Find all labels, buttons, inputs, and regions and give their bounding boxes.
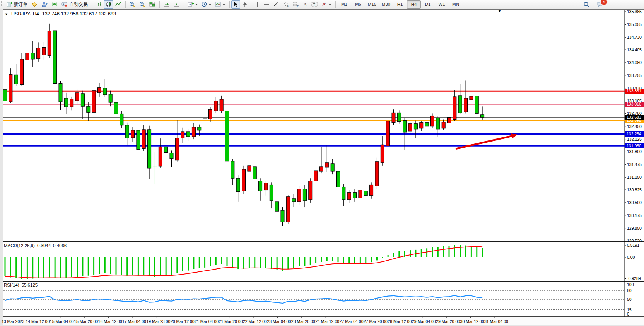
notifications-button[interactable]: 1 bbox=[595, 0, 605, 9]
timeframe-button-H4[interactable]: H4 bbox=[407, 0, 421, 9]
bull-candle bbox=[309, 181, 312, 200]
chart-shift-button[interactable] bbox=[171, 0, 181, 9]
timeframe-button-MN[interactable]: MN bbox=[449, 0, 463, 9]
zoom-in-button[interactable] bbox=[127, 0, 137, 9]
bull-candle bbox=[370, 185, 373, 195]
bear-candle bbox=[425, 123, 429, 126]
dropdown-caret[interactable] bbox=[195, 4, 198, 7]
toolbar: 新订单 自动交易 bbox=[0, 0, 644, 9]
bear-candle bbox=[303, 189, 306, 201]
bull-candle bbox=[97, 88, 101, 93]
timeframe-button-W1[interactable]: W1 bbox=[435, 0, 449, 9]
vertical-line-tool[interactable] bbox=[254, 0, 261, 9]
period-clock-button[interactable] bbox=[200, 0, 213, 9]
bear-candle bbox=[253, 167, 256, 179]
new-order-button[interactable]: 新订单 bbox=[5, 0, 29, 9]
dropdown-caret[interactable] bbox=[209, 4, 211, 7]
bull-candle bbox=[214, 101, 218, 111]
bull-candle bbox=[314, 171, 318, 181]
indicators-template-button[interactable] bbox=[213, 0, 227, 9]
macd-indicator-label: MACD(12,26,9) 0.3944 0.4066 bbox=[4, 243, 67, 248]
bull-candle bbox=[286, 197, 290, 222]
bear-candle bbox=[475, 96, 478, 113]
timeframe-button-M15[interactable]: M15 bbox=[365, 0, 379, 9]
bull-candle bbox=[453, 97, 456, 120]
channel-tool[interactable]: E bbox=[281, 0, 291, 9]
bear-candle bbox=[103, 88, 107, 95]
bull-candle bbox=[248, 166, 251, 171]
crosshair-button[interactable] bbox=[240, 0, 249, 9]
chart-shift-icon bbox=[173, 2, 179, 7]
price-chart-canvas[interactable] bbox=[0, 0, 644, 326]
cursor-button[interactable] bbox=[231, 0, 240, 9]
macd-name: MACD(12,26,9) bbox=[4, 243, 35, 248]
line-chart-icon bbox=[115, 2, 121, 7]
toolbar-grip[interactable] bbox=[1, 1, 3, 7]
line-chart-button[interactable] bbox=[113, 0, 123, 9]
bull-candle bbox=[408, 124, 412, 131]
bull-candle bbox=[208, 109, 212, 119]
dropdown-caret[interactable] bbox=[223, 4, 225, 7]
toolbar-separator bbox=[184, 1, 184, 8]
bear-candle bbox=[364, 191, 367, 196]
auto-scroll-button[interactable] bbox=[161, 0, 171, 9]
bear-candle bbox=[481, 115, 484, 117]
macd-main-value: 0.3944 bbox=[37, 243, 51, 248]
candlestick-chart-button[interactable] bbox=[104, 0, 113, 9]
bull-candle bbox=[181, 132, 184, 138]
timeframe-button-M1[interactable]: M1 bbox=[337, 0, 351, 9]
time-axis-background bbox=[3, 317, 644, 325]
dropdown-caret[interactable] bbox=[329, 4, 331, 7]
new-chart-button[interactable] bbox=[186, 0, 200, 9]
label-tool[interactable]: T bbox=[309, 0, 319, 9]
bear-candle bbox=[53, 31, 57, 83]
timeframe-button-D1[interactable]: D1 bbox=[421, 0, 435, 9]
fibonacci-tool[interactable]: F bbox=[291, 0, 301, 9]
chart-symbol-period: USDJPY-,H4 bbox=[11, 11, 39, 17]
signals-profile-button[interactable] bbox=[39, 0, 50, 9]
rsi-indicator-label: RSI(14) 55.6125 bbox=[4, 283, 38, 287]
auto-trading-button[interactable]: 自动交易 bbox=[60, 0, 90, 9]
bear-candle bbox=[353, 193, 357, 198]
timeframe-button-M5[interactable]: M5 bbox=[351, 0, 365, 9]
notification-badge: 1 bbox=[600, 0, 608, 5]
bear-candle bbox=[148, 130, 151, 168]
bull-candle bbox=[386, 121, 390, 146]
bear-candle bbox=[137, 130, 140, 150]
svg-text:A: A bbox=[304, 2, 307, 7]
horizontal-line-icon bbox=[263, 2, 269, 7]
bull-candle bbox=[448, 117, 451, 123]
toolbar-separator bbox=[252, 1, 252, 8]
bear-candle bbox=[170, 153, 173, 159]
zoom-out-button[interactable] bbox=[137, 0, 147, 9]
bull-candle bbox=[42, 48, 46, 55]
bear-candle bbox=[125, 125, 129, 138]
trading-terminal-window: 新订单 自动交易 bbox=[0, 0, 644, 326]
bear-candle bbox=[342, 187, 345, 199]
trend-line-tool[interactable] bbox=[271, 0, 281, 9]
signal-broadcast-button[interactable] bbox=[50, 0, 60, 9]
zoom-out-icon bbox=[139, 2, 145, 7]
arrows-tool[interactable] bbox=[319, 0, 333, 9]
toolbar-separator bbox=[125, 1, 126, 8]
bear-candle bbox=[292, 199, 296, 202]
ohlc-bars-icon bbox=[96, 2, 102, 7]
timeframe-toolbar: M1M5M15M30H1H4D1W1MN bbox=[337, 0, 463, 9]
text-tool[interactable]: A bbox=[301, 0, 309, 9]
market-button[interactable] bbox=[29, 0, 39, 9]
signal-waves-icon bbox=[51, 2, 58, 7]
bear-candle bbox=[114, 102, 118, 114]
chart-shift-marker[interactable]: ▼ bbox=[498, 9, 501, 13]
bull-candle bbox=[9, 74, 12, 102]
horizontal-line-tool[interactable] bbox=[261, 0, 271, 9]
channel-letter: E bbox=[287, 4, 289, 7]
bear-candle bbox=[186, 132, 190, 137]
chart-collapse-icon[interactable]: ▼ bbox=[5, 12, 8, 16]
search-button[interactable] bbox=[581, 0, 592, 9]
timeframe-button-H1[interactable]: H1 bbox=[393, 0, 407, 9]
timeframe-button-M30[interactable]: M30 bbox=[379, 0, 393, 9]
tile-windows-button[interactable] bbox=[147, 0, 157, 9]
bull-candle bbox=[20, 59, 24, 85]
bar-chart-button[interactable] bbox=[94, 0, 104, 9]
bull-candle bbox=[319, 167, 323, 171]
